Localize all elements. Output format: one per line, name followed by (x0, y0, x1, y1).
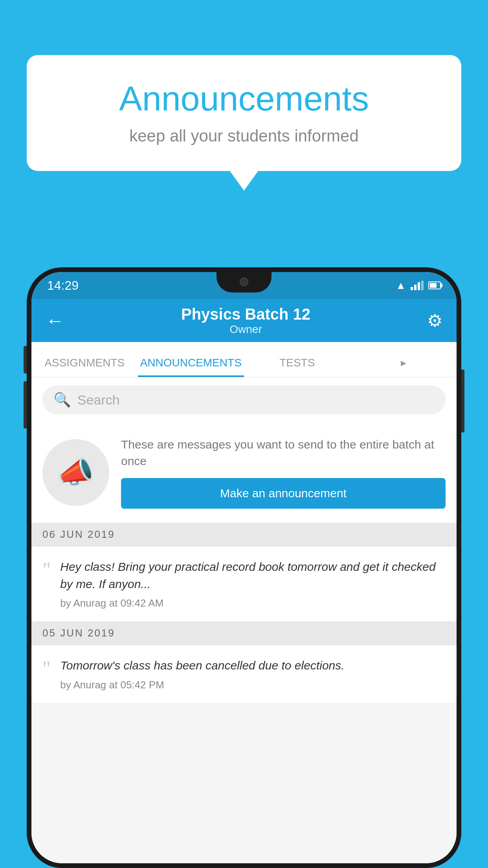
tab-more[interactable]: ▸ (350, 356, 457, 377)
phone-outer-body: 14:29 ▲ (27, 267, 461, 868)
search-bar-wrapper: 🔍 Search (31, 377, 457, 422)
message-content-2: Tomorrow's class has been cancelled due … (60, 657, 446, 691)
message-meta-2: by Anurag at 05:42 PM (60, 679, 446, 691)
quote-icon-1: " (42, 560, 51, 580)
tab-assignments[interactable]: ASSIGNMENTS (31, 357, 138, 377)
search-icon: 🔍 (53, 392, 71, 408)
message-text-2: Tomorrow's class has been cancelled due … (60, 657, 446, 674)
tab-tests[interactable]: TESTS (244, 357, 350, 377)
batch-title: Physics Batch 12 (181, 305, 310, 323)
back-button[interactable]: ← (46, 310, 64, 331)
content-area: 🔍 Search 📣 These are messages you want t… (31, 377, 457, 863)
phone-volume-up-button (24, 346, 27, 373)
settings-icon[interactable]: ⚙ (427, 311, 442, 331)
announcement-right-section: These are messages you want to send to t… (121, 436, 446, 509)
header-center: Physics Batch 12 Owner (181, 305, 310, 336)
phone-screen: 14:29 ▲ (31, 272, 457, 863)
tabs-bar: ASSIGNMENTS ANNOUNCEMENTS TESTS ▸ (31, 342, 457, 377)
message-meta-1: by Anurag at 09:42 AM (60, 597, 446, 609)
quote-icon-2: " (42, 658, 51, 679)
speech-bubble-subtitle: keep all your students informed (58, 127, 430, 145)
date-separator-2: 05 JUN 2019 (31, 622, 457, 645)
message-item-2[interactable]: " Tomorrow's class has been cancelled du… (31, 645, 457, 703)
megaphone-icon: 📣 (57, 455, 94, 490)
announcement-intro-card: 📣 These are messages you want to send to… (31, 422, 457, 523)
search-placeholder: Search (77, 392, 120, 408)
battery-icon (428, 281, 441, 289)
front-camera (240, 278, 248, 286)
message-text-1: Hey class! Bring your practical record b… (60, 558, 446, 592)
app-header: ← Physics Batch 12 Owner ⚙ (31, 299, 457, 342)
speech-bubble-card: Announcements keep all your students inf… (27, 55, 461, 171)
signal-bars-icon (411, 281, 424, 290)
phone-volume-down-button (24, 381, 27, 428)
announcement-description: These are messages you want to send to t… (121, 436, 446, 469)
phone-mockup: 14:29 ▲ (27, 267, 461, 868)
tab-announcements[interactable]: ANNOUNCEMENTS (138, 357, 244, 377)
speech-bubble-arrow (230, 171, 258, 191)
date-separator-1: 06 JUN 2019 (31, 523, 457, 546)
status-icons: ▲ (396, 280, 441, 292)
phone-notch (216, 272, 272, 292)
phone-power-button (461, 370, 464, 432)
make-announcement-button[interactable]: Make an announcement (121, 478, 446, 509)
speech-bubble-section: Announcements keep all your students inf… (27, 55, 461, 191)
status-bar: 14:29 ▲ (31, 272, 457, 299)
message-content-1: Hey class! Bring your practical record b… (60, 558, 446, 609)
message-item-1[interactable]: " Hey class! Bring your practical record… (31, 546, 457, 622)
announcement-icon-circle: 📣 (42, 439, 109, 506)
owner-label: Owner (181, 323, 310, 336)
search-bar[interactable]: 🔍 Search (42, 385, 446, 414)
speech-bubble-title: Announcements (58, 79, 430, 119)
status-time: 14:29 (47, 278, 79, 293)
wifi-icon: ▲ (396, 280, 406, 292)
